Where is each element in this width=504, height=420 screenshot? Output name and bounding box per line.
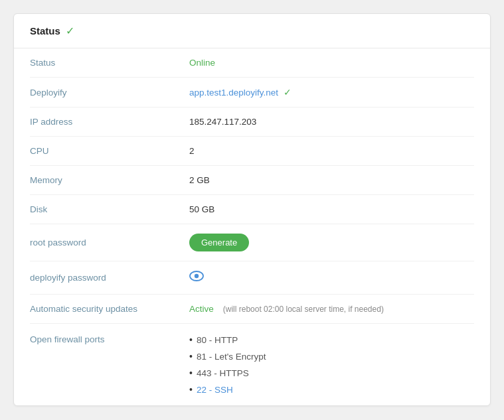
label-ip-address: IP address [30, 117, 189, 127]
label-cpu: CPU [30, 146, 189, 156]
status-check-icon: ✓ [66, 25, 74, 37]
bullet-ssh: • [189, 384, 193, 395]
label-deployify-password: deployify password [30, 273, 189, 283]
row-firewall: Open firewall ports • 80 - HTTP • 81 - L… [30, 324, 474, 405]
row-auto-security: Automatic security updates Active (will … [30, 295, 474, 324]
card-title: Status [30, 25, 60, 36]
row-root-password: root password Generate [30, 224, 474, 261]
row-deployify-password: deployify password [30, 261, 474, 295]
bullet-https: • [189, 368, 193, 378]
port-ssh: • 22 - SSH [189, 383, 233, 396]
label-memory: Memory [30, 175, 189, 185]
svg-point-1 [195, 274, 199, 278]
value-disk: 50 GB [189, 204, 474, 214]
value-ip-address: 185.247.117.203 [189, 117, 474, 127]
row-disk: Disk 50 GB [30, 195, 474, 224]
value-deployify-password [189, 271, 474, 285]
row-cpu: CPU 2 [30, 137, 474, 166]
active-badge: Active [189, 304, 214, 314]
row-deployify: Deployify app.test1.deployify.net ✓ [30, 78, 474, 107]
label-root-password: root password [30, 238, 189, 247]
port-https-label: 443 - HTTPS [197, 368, 249, 378]
status-card: Status ✓ Status Online Deployify app.tes… [13, 13, 491, 406]
value-auto-security: Active (will reboot 02:00 local server t… [189, 304, 474, 314]
generate-button[interactable]: Generate [189, 234, 249, 251]
value-status: Online [189, 58, 474, 68]
row-ip-address: IP address 185.247.117.203 [30, 107, 474, 137]
card-header: Status ✓ [14, 14, 490, 48]
value-memory: 2 GB [189, 175, 474, 185]
deployify-check-icon: ✓ [284, 87, 292, 98]
value-firewall: • 80 - HTTP • 81 - Let's Encrypt • 443 -… [189, 333, 474, 396]
bullet-http: • [189, 334, 193, 345]
port-letsencrypt: • 81 - Let's Encrypt [189, 350, 266, 363]
active-note: (will reboot 02:00 local server time, if… [223, 305, 384, 314]
port-letsencrypt-label: 81 - Let's Encrypt [197, 352, 266, 362]
port-http-label: 80 - HTTP [197, 335, 238, 345]
label-disk: Disk [30, 204, 189, 214]
row-status: Status Online [30, 48, 474, 78]
card-body: Status Online Deployify app.test1.deploy… [14, 48, 490, 405]
label-auto-security: Automatic security updates [30, 304, 189, 314]
port-http: • 80 - HTTP [189, 333, 238, 346]
label-firewall: Open firewall ports [30, 333, 189, 344]
bullet-letsencrypt: • [189, 351, 193, 362]
row-memory: Memory 2 GB [30, 166, 474, 195]
port-https: • 443 - HTTPS [189, 366, 249, 380]
value-root-password: Generate [189, 234, 474, 251]
label-status: Status [30, 58, 189, 68]
port-ssh-label[interactable]: 22 - SSH [197, 385, 233, 395]
label-deployify: Deployify [30, 88, 189, 98]
eye-icon[interactable] [189, 271, 204, 285]
deployify-url: app.test1.deployify.net [189, 88, 278, 98]
value-cpu: 2 [189, 146, 474, 156]
value-deployify: app.test1.deployify.net ✓ [189, 87, 474, 98]
